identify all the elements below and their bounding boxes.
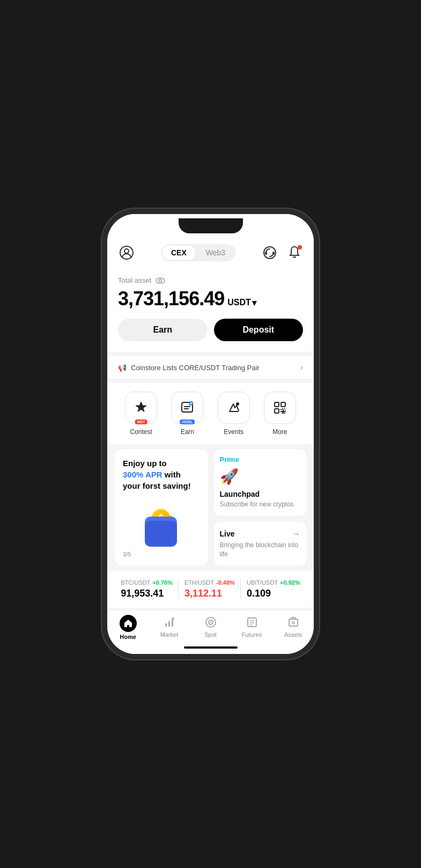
asset-currency: USDT ▾ — [227, 298, 256, 308]
announcement-content: 📢 Coinstore Lists CORE/USDT Trading Pair — [118, 364, 260, 372]
prime-label: Prime — [220, 455, 301, 464]
notch — [179, 218, 243, 233]
action-buttons: Earn Deposit — [118, 319, 303, 341]
promo-counter: 3/5 — [123, 551, 200, 557]
more-icon-container — [264, 392, 296, 424]
ticker-divider-1 — [178, 579, 179, 599]
asset-number: 3,731,156.49 — [118, 288, 224, 310]
promo-card-launchpad[interactable]: Prime 🚀 Launchpad Subscribe for new cryp… — [213, 448, 308, 517]
earn-icon-container: HODL — [171, 392, 203, 424]
spot-icon — [203, 615, 218, 630]
ticker-ubit[interactable]: UBIT/USDT +0.92% 0.109 — [247, 579, 300, 599]
launchpad-icon: 🚀 — [220, 468, 301, 486]
profile-button[interactable] — [118, 244, 135, 261]
live-title: Live — [220, 529, 235, 538]
home-icon — [120, 615, 137, 632]
svg-rect-15 — [165, 623, 167, 627]
deposit-button[interactable]: Deposit — [214, 319, 304, 341]
assets-icon — [286, 615, 301, 630]
contest-icon — [133, 400, 149, 416]
announcement-icon: 📢 — [118, 364, 127, 372]
svg-point-6 — [159, 279, 162, 282]
nav-assets[interactable]: Assets — [277, 615, 309, 640]
svg-point-18 — [172, 617, 174, 620]
announcement-text: Coinstore Lists CORE/USDT Trading Pair — [131, 364, 260, 372]
web3-tab[interactable]: Web3 — [197, 246, 234, 260]
asset-amount: 3,731,156.49 USDT ▾ — [118, 288, 303, 310]
ticker-eth[interactable]: ETH/USDT -0.48% 3,112.11 — [184, 579, 235, 599]
promo-card-live[interactable]: Live → Bringing the blockchain into life — [213, 521, 308, 567]
nav-icons — [261, 244, 303, 261]
market-label: Market — [160, 631, 179, 638]
svg-rect-26 — [289, 619, 298, 626]
home-bar — [107, 643, 314, 654]
svg-rect-4 — [272, 252, 275, 255]
total-asset-label: Total asset — [118, 276, 303, 284]
chevron-right-icon: › — [300, 363, 303, 372]
asset-label-text: Total asset — [118, 276, 151, 284]
ticker-divider-2 — [240, 579, 241, 599]
promo-card-savings[interactable]: Enjoy up to 300% APR with your forst sav… — [114, 448, 209, 567]
promo-section: Enjoy up to 300% APR with your forst sav… — [107, 448, 314, 567]
ubit-label: UBIT/USDT +0.92% — [247, 579, 300, 586]
promo-apr-highlight: 300% APR — [123, 470, 163, 479]
quick-action-events[interactable]: Events — [218, 392, 250, 436]
bitcoin-wallet: ✦ ✦ ₿ — [139, 509, 182, 547]
contest-icon-container: HOT — [125, 392, 157, 424]
svg-rect-13 — [275, 409, 279, 413]
live-subtitle: Bringing the blockchain into life — [220, 541, 301, 559]
more-label: More — [272, 428, 287, 436]
svg-point-27 — [292, 622, 294, 624]
announcement-bar[interactable]: 📢 Coinstore Lists CORE/USDT Trading Pair… — [107, 356, 314, 379]
svg-point-5 — [156, 278, 165, 283]
app-content: CEX Web3 — [107, 238, 314, 610]
hot-badge: HOT — [135, 420, 147, 424]
futures-label: Futures — [242, 631, 262, 638]
quick-action-more[interactable]: More — [264, 392, 296, 436]
top-nav: CEX Web3 — [107, 238, 314, 268]
svg-point-1 — [124, 249, 129, 253]
promo-text: Enjoy up to 300% APR with your forst sav… — [123, 458, 200, 491]
spot-label: Spot — [204, 631, 217, 638]
launchpad-title: Launchpad — [220, 490, 301, 498]
nav-market[interactable]: Market — [153, 615, 186, 640]
home-label: Home — [120, 634, 136, 640]
btc-label: BTC/USDT +0.76% — [121, 579, 173, 586]
svg-rect-16 — [168, 621, 170, 627]
home-indicator — [184, 646, 238, 649]
asset-section: Total asset 3,731,156.49 USDT ▾ Earn Dep… — [107, 268, 314, 352]
notification-dot — [298, 245, 302, 249]
nav-home[interactable]: Home — [112, 615, 144, 640]
ticker-btc[interactable]: BTC/USDT +0.76% 91,953.41 — [121, 579, 173, 599]
notification-button[interactable] — [286, 244, 303, 261]
cex-tab[interactable]: CEX — [163, 246, 195, 260]
events-label: Events — [224, 428, 243, 436]
nav-spot[interactable]: Spot — [195, 615, 227, 640]
earn-icon — [179, 400, 195, 415]
nav-tabs: CEX Web3 — [161, 244, 235, 261]
nav-futures[interactable]: Futures — [236, 615, 268, 640]
live-arrow-icon: → — [292, 529, 300, 539]
earn-button[interactable]: Earn — [118, 319, 208, 341]
support-icon — [263, 246, 277, 260]
market-ticker: BTC/USDT +0.76% 91,953.41 ETH/USDT -0.48… — [107, 571, 314, 608]
quick-actions: HOT Contest HODL Earn — [107, 383, 314, 444]
quick-action-earn[interactable]: HODL Earn — [171, 392, 203, 436]
quick-action-contest[interactable]: HOT Contest — [125, 392, 157, 436]
promo-image: ✦ ✦ ₿ — [123, 509, 200, 547]
promo-apr-text: Enjoy up to 300% APR with your forst sav… — [123, 458, 200, 491]
visibility-icon[interactable] — [156, 277, 165, 284]
live-header: Live → — [220, 529, 301, 539]
svg-rect-17 — [172, 619, 173, 627]
bottom-nav: Home Market Spot — [107, 610, 314, 643]
svg-point-9 — [236, 402, 239, 406]
svg-rect-12 — [281, 402, 285, 407]
earn-label: Earn — [181, 428, 194, 436]
support-button[interactable] — [261, 244, 278, 261]
events-icon-container — [218, 392, 250, 424]
svg-rect-3 — [265, 252, 267, 255]
events-icon — [226, 400, 242, 416]
phone-shell: CEX Web3 — [107, 214, 314, 654]
launchpad-subtitle: Subscribe for new cryptos — [220, 501, 301, 508]
svg-point-21 — [210, 622, 211, 623]
